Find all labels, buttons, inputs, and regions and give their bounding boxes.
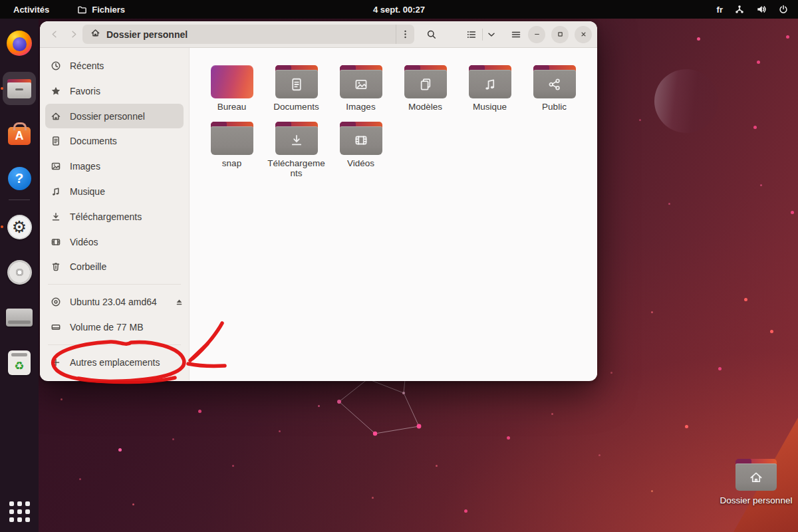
folder-icon — [340, 122, 382, 155]
app-menu-button[interactable]: Fichiers — [73, 3, 129, 16]
dock-separator — [9, 200, 30, 200]
sidebar-item-ubuntu-disc[interactable]: Ubuntu 23.04 amd64 — [45, 289, 184, 315]
files-app-icon — [7, 79, 31, 98]
file-grid: Bureau Documents Images Modèles — [200, 65, 597, 179]
list-view-icon — [466, 29, 477, 40]
screen: Dossier personnel Dossier personnel — [0, 0, 798, 532]
film-icon — [51, 237, 61, 247]
firefox-icon — [7, 31, 32, 56]
location-menu-button[interactable] — [396, 25, 414, 44]
location-bar[interactable]: Dossier personnel — [82, 25, 414, 44]
activities-button[interactable]: Activités — [9, 3, 53, 16]
sidebar-item-label: Favoris — [70, 86, 100, 96]
sidebar-item-label: Ubuntu 23.04 amd64 — [70, 297, 157, 307]
sidebar-item-home[interactable]: Dossier personnel — [45, 104, 184, 129]
location-label: Dossier personnel — [106, 29, 396, 40]
sidebar-item-label: Documents — [70, 136, 117, 146]
network-icon — [734, 4, 745, 15]
sidebar-bottom: Autres emplacements — [40, 340, 189, 380]
hard-drive-icon — [51, 322, 61, 332]
dock-item-harddrive[interactable] — [0, 301, 39, 333]
search-button[interactable] — [422, 25, 441, 44]
plus-icon — [51, 357, 61, 368]
back-button[interactable] — [45, 25, 64, 44]
main-menu-button[interactable] — [507, 25, 525, 44]
file-tile-public[interactable]: Public — [522, 65, 587, 112]
desktop-wallpaper-icon — [211, 65, 253, 98]
file-name: Vidéos — [347, 158, 374, 169]
file-tile-documents[interactable]: Documents — [264, 65, 329, 112]
share-emblem-icon — [547, 77, 562, 92]
titlebar[interactable]: Dossier personnel — [40, 21, 597, 48]
file-tile-bureau[interactable]: Bureau — [200, 65, 264, 112]
window-controls — [528, 26, 592, 43]
view-options-button[interactable] — [484, 25, 499, 44]
dock-item-help[interactable]: ? — [0, 162, 39, 194]
dock-item-settings[interactable]: ⚙ — [0, 211, 39, 243]
folder-icon — [533, 65, 576, 98]
ubuntu-software-icon: A — [8, 127, 31, 145]
top-bar-left: Activités Fichiers — [0, 3, 129, 16]
folder-icon — [77, 5, 87, 15]
sidebar-item-label: Corbeille — [70, 261, 106, 272]
image-icon — [51, 161, 61, 172]
dock-item-ubuntu-software[interactable]: A — [0, 117, 39, 149]
optical-disc-icon — [51, 297, 61, 307]
system-tray[interactable]: fr — [717, 4, 798, 15]
trash-icon — [51, 261, 61, 272]
keyboard-layout-indicator[interactable]: fr — [717, 5, 723, 15]
cd-rom-icon — [7, 260, 32, 285]
file-name: snap — [222, 158, 241, 169]
sidebar-item-other-locations[interactable]: Autres emplacements — [45, 350, 184, 375]
sidebar-item-recents[interactable]: Récents — [45, 53, 184, 78]
eject-icon — [174, 297, 184, 307]
maximize-button[interactable] — [551, 26, 569, 43]
file-tile-telechargements[interactable]: Téléchargements — [264, 122, 329, 179]
folder-icon — [340, 65, 382, 98]
folder-icon — [735, 459, 777, 491]
dock-item-trash[interactable]: ♻ — [0, 346, 39, 378]
sidebar-item-downloads[interactable]: Téléchargements — [45, 204, 184, 229]
sidebar-item-music[interactable]: Musique — [45, 179, 184, 204]
file-tile-images[interactable]: Images — [329, 65, 393, 112]
home-emblem-icon — [749, 470, 763, 485]
home-icon — [51, 111, 61, 122]
view-toggle-group — [462, 25, 499, 44]
sidebar-item-volume[interactable]: Volume de 77 MB — [45, 315, 184, 340]
list-view-button[interactable] — [462, 25, 481, 44]
sidebar-separator — [48, 344, 181, 345]
sidebar-item-pictures[interactable]: Images — [45, 154, 184, 179]
hamburger-icon — [511, 29, 521, 40]
sidebar-separator — [48, 284, 181, 285]
files-window: Dossier personnel Récents — [40, 21, 597, 381]
file-name: Téléchargements — [267, 158, 326, 179]
file-name: Modèles — [408, 102, 442, 112]
minimize-button[interactable] — [528, 26, 545, 43]
eject-button[interactable] — [174, 297, 184, 307]
dock-item-files[interactable] — [0, 72, 39, 104]
download-icon — [51, 211, 61, 222]
dock-item-cdrom[interactable] — [0, 256, 39, 288]
sidebar-item-videos[interactable]: Vidéos — [45, 229, 184, 255]
dock-item-firefox[interactable] — [0, 27, 39, 59]
sidebar-item-documents[interactable]: Documents — [45, 128, 184, 154]
dock-item-app-grid[interactable] — [0, 495, 39, 527]
file-tile-videos[interactable]: Vidéos — [329, 122, 393, 179]
file-name: Bureau — [217, 102, 247, 112]
file-grid-area[interactable]: Bureau Documents Images Modèles — [190, 48, 597, 380]
maximize-icon — [556, 30, 565, 39]
file-tile-musique[interactable]: Musique — [458, 65, 522, 112]
sidebar-item-starred[interactable]: Favoris — [45, 78, 184, 104]
software-letter: A — [15, 130, 24, 142]
desktop-shortcut-home[interactable]: Dossier personnel — [720, 459, 793, 505]
top-bar: Activités Fichiers 4 sept. 00:27 fr — [0, 0, 798, 19]
view-toggle-divider — [482, 29, 483, 41]
file-name: Images — [346, 102, 375, 112]
file-tile-modeles[interactable]: Modèles — [393, 65, 458, 112]
chevron-left-icon — [50, 29, 60, 39]
sidebar-item-trash[interactable]: Corbeille — [45, 255, 184, 280]
close-button[interactable] — [575, 26, 592, 43]
folder-icon — [275, 65, 318, 98]
file-tile-snap[interactable]: snap — [200, 122, 264, 179]
forward-button[interactable] — [64, 25, 82, 44]
